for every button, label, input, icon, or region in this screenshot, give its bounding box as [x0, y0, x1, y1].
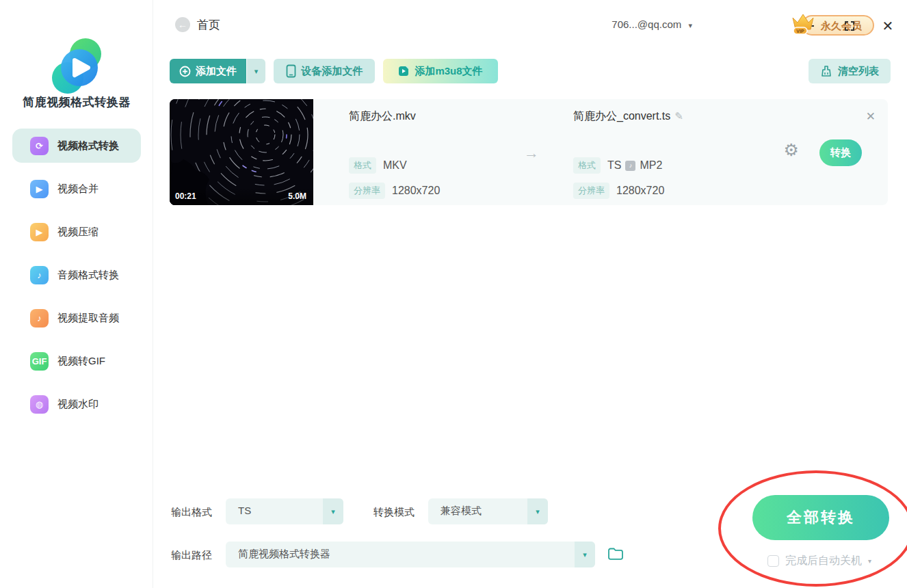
back-button[interactable]: ← [175, 17, 190, 32]
format-tag: 格式 [349, 157, 376, 174]
app-logo [0, 36, 153, 101]
clear-list-button[interactable]: 清空列表 [809, 59, 891, 83]
convert-all-label: 全部转换 [787, 507, 855, 528]
header: ← 首页 706...@qq.com ▾ VIP 永久会员 [170, 12, 891, 40]
folder-icon [607, 547, 624, 561]
sidebar-item-video-compress[interactable]: ▶ 视频压缩 [12, 215, 141, 249]
plus-circle-icon [179, 66, 191, 77]
output-format-value: TS ♪ MP2 [607, 159, 662, 172]
sidebar-item-label: 视频压缩 [57, 226, 98, 239]
chevron-down-icon: ▾ [254, 67, 259, 76]
back-icon: ← [178, 19, 187, 30]
sidebar-item-video-format-convert[interactable]: ⟳ 视频格式转换 [12, 129, 141, 163]
sidebar-item-label: 视频提取音频 [57, 312, 119, 325]
maximize-icon [844, 21, 855, 31]
output-file-name: 简鹿办公_convert.ts✎ [573, 109, 683, 124]
crown-icon: VIP [789, 11, 817, 37]
file-list-item: 00:21 5.0M 简鹿办公.mkv 格式 MKV 分辨率 1280x720 … [170, 99, 888, 205]
gear-icon[interactable]: ⚙ [784, 142, 799, 159]
add-file-label: 添加文件 [196, 65, 237, 78]
add-file-button[interactable]: 添加文件 [170, 59, 246, 83]
account-menu[interactable]: 706...@qq.com ▾ [612, 18, 692, 30]
convert-mode-selected: 兼容模式 [441, 505, 482, 518]
add-from-device-button[interactable]: 设备添加文件 [274, 59, 375, 83]
convert-all-button[interactable]: 全部转换 [752, 495, 889, 540]
app-name: 简鹿视频格式转换器 [0, 94, 153, 110]
chevron-down-icon: ▾ [323, 498, 343, 524]
sidebar-item-label: 视频水印 [57, 398, 98, 411]
audio-codec-icon: ♪ [625, 161, 635, 171]
account-email: 706...@qq.com [612, 18, 681, 30]
add-m3u8-label: 添加m3u8文件 [415, 65, 482, 78]
sidebar-item-label: 视频合并 [57, 183, 98, 196]
thumbnail-overlay: 00:21 5.0M [170, 187, 313, 205]
sidebar-item-video-to-gif[interactable]: GIF 视频转GIF [12, 344, 141, 378]
open-folder-button[interactable] [607, 547, 624, 563]
sidebar-item-audio-format-convert[interactable]: ♪ 音频格式转换 [12, 258, 141, 292]
sidebar-item-video-merge[interactable]: ▶ 视频合并 [12, 172, 141, 206]
video-duration: 00:21 [175, 191, 196, 201]
chevron-down-icon: ▾ [527, 498, 548, 524]
convert-label: 转换 [830, 146, 851, 159]
add-file-dropdown-button[interactable]: ▾ [247, 59, 265, 83]
resolution-tag: 分辨率 [349, 183, 385, 199]
arrow-right-icon: → [524, 144, 539, 162]
page-title: 首页 [197, 17, 220, 33]
sidebar-item-extract-audio[interactable]: ♪ 视频提取音频 [12, 301, 141, 335]
video-thumbnail[interactable]: 00:21 5.0M [170, 99, 313, 205]
m3u8-file-icon [398, 66, 409, 77]
chevron-down-icon: ▾ [575, 542, 595, 567]
sidebar-item-video-watermark[interactable]: ◍ 视频水印 [12, 387, 141, 421]
sidebar-item-label: 音频格式转换 [57, 269, 119, 282]
output-path-select[interactable]: 简鹿视频格式转换器 ▾ [226, 542, 595, 567]
convert-mode-label: 转换模式 [373, 506, 415, 519]
output-resolution-value: 1280x720 [616, 185, 664, 197]
play-logo-icon [44, 36, 109, 98]
add-m3u8-button[interactable]: 添加m3u8文件 [383, 59, 498, 83]
close-icon: ✕ [882, 18, 894, 34]
output-format-select[interactable]: TS ▾ [226, 498, 343, 524]
chevron-down-icon: ▾ [868, 557, 871, 565]
broom-icon [820, 65, 832, 77]
add-from-device-label: 设备添加文件 [302, 65, 363, 78]
video-compress-icon: ▶ [30, 223, 49, 241]
toolbar: 添加文件 ▾ 设备添加文件 添加m3u8文件 清空列表 [170, 59, 891, 83]
sidebar-item-label: 视频转GIF [57, 355, 105, 368]
svg-text:VIP: VIP [796, 29, 804, 34]
output-format-selected: TS [238, 505, 251, 516]
source-file-info: 简鹿办公.mkv 格式 MKV 分辨率 1280x720 [349, 99, 575, 205]
output-format-label: 输出格式 [171, 506, 212, 519]
source-resolution-value: 1280x720 [392, 185, 440, 197]
source-file-name: 简鹿办公.mkv [349, 109, 416, 124]
clear-list-label: 清空列表 [838, 65, 879, 78]
video-convert-icon: ⟳ [30, 137, 49, 155]
auto-shutdown-checkbox[interactable] [767, 555, 779, 567]
auto-shutdown-label: 完成后自动关机 [785, 554, 862, 568]
auto-shutdown-option[interactable]: 完成后自动关机 ▾ [767, 554, 871, 568]
watermark-icon: ◍ [30, 395, 49, 414]
phone-icon [286, 64, 296, 78]
sidebar: 简鹿视频格式转换器 ⟳ 视频格式转换 ▶ 视频合并 ▶ 视频压缩 ♪ 音频格式转… [0, 0, 153, 588]
convert-button[interactable]: 转换 [819, 139, 862, 166]
convert-mode-select[interactable]: 兼容模式 ▾ [428, 498, 548, 524]
video-merge-icon: ▶ [30, 180, 49, 198]
sidebar-menu: ⟳ 视频格式转换 ▶ 视频合并 ▶ 视频压缩 ♪ 音频格式转换 ♪ 视频提取音频… [12, 129, 141, 430]
output-path-value: 简鹿视频格式转换器 [238, 548, 330, 561]
edit-filename-icon[interactable]: ✎ [674, 110, 683, 122]
format-tag: 格式 [573, 157, 601, 174]
extract-audio-icon: ♪ [30, 309, 49, 328]
audio-convert-icon: ♪ [30, 266, 49, 284]
remove-file-icon[interactable]: ✕ [866, 109, 876, 124]
resolution-tag: 分辨率 [573, 183, 609, 199]
close-window-button[interactable]: ✕ [880, 18, 896, 34]
output-path-label: 输出路径 [171, 549, 212, 562]
video-to-gif-icon: GIF [30, 352, 49, 371]
maximize-button[interactable] [841, 18, 858, 34]
chevron-down-icon: ▾ [688, 21, 692, 29]
video-size: 5.0M [288, 191, 306, 201]
sidebar-item-label: 视频格式转换 [57, 139, 119, 152]
source-format-value: MKV [383, 159, 407, 172]
